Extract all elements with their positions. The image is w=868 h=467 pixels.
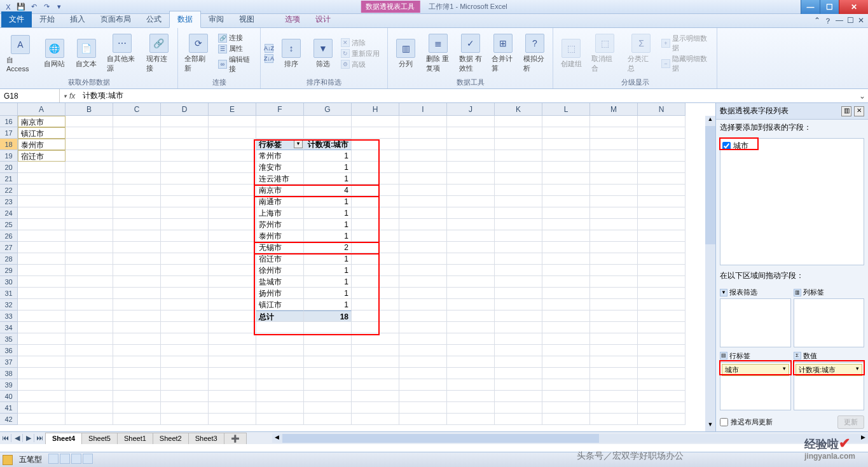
cell[interactable] (65, 310, 113, 322)
row-header[interactable]: 34 (0, 322, 18, 333)
cell[interactable] (209, 196, 256, 207)
cell[interactable] (447, 139, 495, 150)
cell[interactable] (65, 333, 113, 345)
cell[interactable] (447, 207, 495, 219)
sheet-tab[interactable]: Sheet2 (153, 433, 189, 444)
row-header[interactable]: 31 (0, 288, 18, 299)
cell[interactable] (495, 299, 542, 310)
cell[interactable] (209, 368, 256, 379)
cell[interactable] (18, 333, 65, 345)
cell[interactable]: 盐城市 (256, 276, 304, 288)
row-header[interactable]: 35 (0, 333, 18, 345)
qat-more-icon[interactable]: ▾ (53, 1, 65, 13)
field-item-city[interactable]: 城市 (722, 140, 862, 152)
cell[interactable] (542, 333, 590, 345)
cell[interactable] (638, 379, 685, 391)
cell[interactable] (495, 276, 542, 288)
cell[interactable] (399, 173, 447, 185)
cell[interactable]: 连云港市 (256, 173, 304, 185)
cell[interactable]: 无锡市 (256, 242, 304, 253)
doc-minimize-icon[interactable]: — (836, 16, 843, 27)
row-header[interactable]: 26 (0, 230, 18, 242)
cell[interactable] (542, 139, 590, 150)
cell[interactable] (18, 368, 65, 379)
row-header[interactable]: 16 (0, 116, 18, 127)
column-header[interactable]: D (161, 103, 209, 116)
row-header[interactable]: 39 (0, 379, 18, 391)
cell[interactable] (495, 219, 542, 230)
cell[interactable] (113, 116, 161, 127)
cell[interactable] (399, 253, 447, 265)
cell[interactable] (352, 265, 399, 276)
tab-review[interactable]: 审阅 (201, 11, 231, 27)
properties-button[interactable]: ☰属性 (218, 44, 256, 53)
cell[interactable] (399, 345, 447, 356)
cell[interactable] (113, 265, 161, 276)
cell[interactable] (495, 253, 542, 265)
cell[interactable] (18, 288, 65, 299)
cell[interactable] (495, 414, 542, 425)
cell[interactable] (18, 242, 65, 253)
field-checkbox[interactable] (722, 142, 731, 150)
area-column-labels[interactable]: ▥列标签 (794, 286, 865, 347)
cell[interactable] (209, 276, 256, 288)
cell[interactable] (161, 276, 209, 288)
column-header[interactable]: G (304, 103, 352, 116)
cell[interactable] (447, 185, 495, 196)
cell[interactable] (542, 207, 590, 219)
cell[interactable] (65, 391, 113, 402)
cell[interactable]: 泰州市 (18, 139, 65, 150)
cell[interactable] (542, 173, 590, 185)
row-header[interactable]: 22 (0, 185, 18, 196)
cell[interactable] (590, 185, 638, 196)
cell[interactable] (542, 162, 590, 173)
cell[interactable] (352, 127, 399, 139)
cell[interactable] (65, 196, 113, 207)
field-list[interactable]: 城市 (720, 138, 864, 265)
cell[interactable] (590, 265, 638, 276)
cell[interactable]: 1 (304, 230, 352, 242)
scroll-thumb[interactable] (282, 434, 599, 443)
cell[interactable] (161, 162, 209, 173)
cell[interactable] (161, 310, 209, 322)
value-field-item[interactable]: 计数项:城市▾ (796, 364, 863, 376)
cell[interactable] (65, 414, 113, 425)
help-icon[interactable]: ？ (824, 16, 832, 27)
cell[interactable] (113, 299, 161, 310)
cell[interactable] (304, 368, 352, 379)
cell[interactable] (638, 299, 685, 310)
cell[interactable] (638, 196, 685, 207)
cell[interactable]: 1 (304, 253, 352, 265)
cell[interactable] (495, 322, 542, 333)
cell[interactable] (352, 414, 399, 425)
cell[interactable] (113, 150, 161, 162)
cell[interactable] (352, 253, 399, 265)
cell[interactable] (590, 150, 638, 162)
cell[interactable]: 南京市 (256, 185, 304, 196)
cell[interactable] (18, 185, 65, 196)
doc-restore-icon[interactable]: ☐ (847, 16, 854, 27)
cell[interactable]: 1 (304, 173, 352, 185)
cell[interactable] (638, 116, 685, 127)
fx-label[interactable]: ▾fx (60, 92, 79, 101)
cell[interactable] (399, 288, 447, 299)
cell[interactable] (542, 219, 590, 230)
cell[interactable] (638, 150, 685, 162)
cell[interactable] (65, 127, 113, 139)
row-header[interactable]: 17 (0, 127, 18, 139)
cell[interactable] (209, 173, 256, 185)
from-access-button[interactable]: A自 Access (4, 34, 37, 74)
cell[interactable] (352, 162, 399, 173)
cell[interactable] (161, 253, 209, 265)
cell[interactable] (209, 379, 256, 391)
cell[interactable] (447, 391, 495, 402)
cell[interactable] (18, 345, 65, 356)
cell[interactable] (638, 127, 685, 139)
cell[interactable] (638, 414, 685, 425)
cell[interactable] (495, 150, 542, 162)
ribbon-minimize-icon[interactable]: ⌃ (814, 16, 820, 27)
horizontal-scrollbar[interactable]: ◀ ▶ (272, 434, 868, 443)
cell[interactable] (113, 219, 161, 230)
cell[interactable] (209, 322, 256, 333)
consolidate-button[interactable]: ⊞合并计算 (489, 32, 517, 74)
